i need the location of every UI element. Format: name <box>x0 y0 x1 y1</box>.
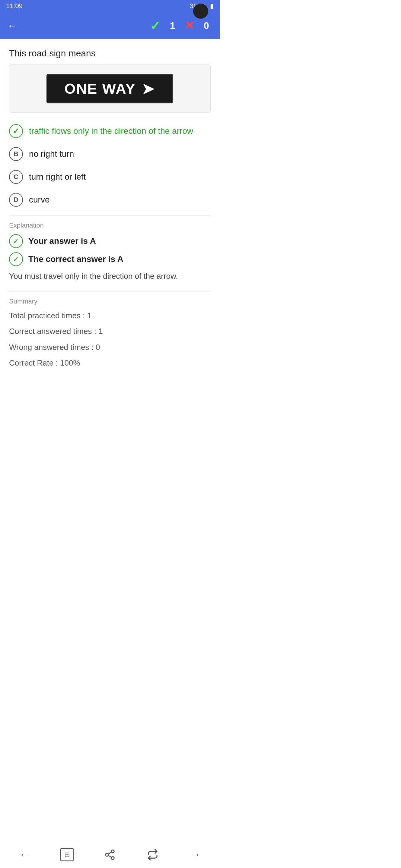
nav-bar: ← ✓ 1 ✕ 0 <box>0 12 220 39</box>
sign-arrow-icon: ➤ <box>141 80 155 97</box>
correct-answer-check-icon: ✓ <box>9 252 23 266</box>
total-practiced: Total practiced times : 1 <box>9 310 210 321</box>
summary-label: Summary <box>9 298 210 305</box>
your-answer-check-icon: ✓ <box>9 234 23 248</box>
back-button[interactable]: ← <box>7 20 17 31</box>
option-b-circle: B <box>9 147 23 161</box>
status-time: 11:09 <box>6 2 23 10</box>
wrong-answered: Wrong answered times : 0 <box>9 342 210 352</box>
main-content: This road sign means ONE WAY ➤ ✓ traffic… <box>0 39 220 404</box>
explanation-body-text: You must travel only in the direction of… <box>9 270 210 285</box>
option-c[interactable]: C turn right or left <box>9 167 210 186</box>
summary-section: Summary Total practiced times : 1 Correc… <box>9 298 210 369</box>
your-answer-text: Your answer is A <box>28 236 96 246</box>
option-d-circle: D <box>9 193 23 207</box>
correct-count: 1 <box>167 20 179 31</box>
option-d[interactable]: D curve <box>9 190 210 209</box>
explanation-section: Explanation ✓ Your answer is A ✓ The cor… <box>9 221 210 285</box>
explanation-label: Explanation <box>9 221 210 229</box>
divider-2 <box>9 291 210 291</box>
option-c-circle: C <box>9 170 23 184</box>
sign-image-container: ONE WAY ➤ <box>9 64 210 113</box>
question-title: This road sign means <box>9 48 210 59</box>
correct-answer-text: The correct answer is A <box>28 254 123 264</box>
correct-rate: Correct Rate : 100% <box>9 358 210 368</box>
wrong-x-icon: ✕ <box>185 19 194 32</box>
option-d-label: curve <box>29 195 50 205</box>
camera-notch <box>193 4 208 19</box>
options-list: ✓ traffic flows only in the direction of… <box>9 122 210 209</box>
one-way-sign: ONE WAY ➤ <box>47 74 173 103</box>
option-a[interactable]: ✓ traffic flows only in the direction of… <box>9 122 210 141</box>
your-answer-row: ✓ Your answer is A <box>9 234 210 248</box>
sign-text: ONE WAY <box>64 81 136 97</box>
option-c-label: turn right or left <box>29 172 86 182</box>
option-a-label: traffic flows only in the direction of t… <box>29 126 193 136</box>
correct-answered: Correct answered times : 1 <box>9 326 210 337</box>
battery-icon: ▮ <box>210 2 213 10</box>
wrong-count: 0 <box>200 20 212 31</box>
correct-answer-row: ✓ The correct answer is A <box>9 252 210 266</box>
divider-1 <box>9 215 210 216</box>
option-b[interactable]: B no right turn <box>9 145 210 163</box>
option-b-label: no right turn <box>29 149 74 159</box>
status-bar: 11:09 3G ▲ ▮ <box>0 0 220 12</box>
correct-check-icon: ✓ <box>150 19 161 33</box>
option-a-circle: ✓ <box>9 124 23 138</box>
